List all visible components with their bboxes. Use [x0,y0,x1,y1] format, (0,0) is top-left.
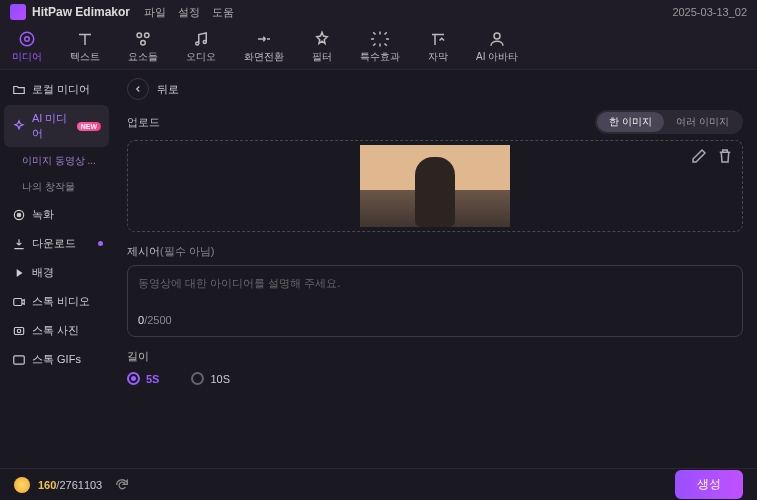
generate-button[interactable]: 생성 [675,470,743,499]
prompt-textarea[interactable]: 동영상에 대한 아이디어를 설명해 주세요. 0/2500 [127,265,743,337]
menu-file[interactable]: 파일 [144,5,166,20]
sidebar-item-ai-media[interactable]: AI 미디어 NEW [4,105,109,147]
pill-multi-image[interactable]: 여러 이미지 [664,112,741,132]
back-label: 뒤로 [157,82,179,97]
tab-media[interactable]: 미디어 [12,30,42,64]
avatar-icon [488,30,506,48]
prompt-placeholder: 동영상에 대한 아이디어를 설명해 주세요. [138,276,732,314]
image-count-toggle: 한 이미지 여러 이미지 [595,110,743,134]
back-button[interactable] [127,78,149,100]
notification-dot-icon [98,241,103,246]
transition-icon [255,30,273,48]
pill-single-image[interactable]: 한 이미지 [597,112,664,132]
svg-point-3 [145,33,150,38]
tab-filter[interactable]: 필터 [312,30,332,64]
sidebar-item-stock-photo[interactable]: 스톡 사진 [4,317,109,344]
svg-point-9 [17,213,21,217]
svg-point-1 [25,36,30,41]
trash-icon[interactable] [716,147,734,165]
app-name: HitPaw Edimakor [32,5,130,19]
uploaded-image-thumbnail[interactable] [360,145,510,227]
char-counter: 0/2500 [138,314,732,326]
tab-subtitle[interactable]: 자막 [428,30,448,64]
menu-help[interactable]: 도움 [212,5,234,20]
upload-label: 업로드 [127,115,160,130]
radio-5s[interactable]: 5S [127,372,159,385]
effects-icon [371,30,389,48]
folder-icon [12,83,26,97]
prompt-label: 제시어(필수 아님) [127,244,743,259]
photo-icon [12,324,26,338]
tab-transition[interactable]: 화면전환 [244,30,284,64]
upload-dropzone[interactable] [127,140,743,232]
credits-counter: 160/2761103 [38,479,102,491]
radio-circle-icon [191,372,204,385]
sidebar-item-background[interactable]: 배경 [4,259,109,286]
sidebar-item-download[interactable]: 다운로드 [4,230,109,257]
svg-point-12 [17,329,21,333]
svg-rect-13 [14,355,25,363]
gif-icon [12,353,26,367]
svg-point-2 [137,33,142,38]
footer: 160/2761103 생성 [0,468,757,500]
tab-text[interactable]: 텍스트 [70,30,100,64]
menu-settings[interactable]: 설정 [178,5,200,20]
text-icon [76,30,94,48]
main-toolbar: 미디어 텍스트 요소들 오디오 화면전환 필터 특수효과 자막 AI 아바타 [0,24,757,70]
refresh-icon[interactable] [114,477,130,493]
tab-ai-avatar[interactable]: AI 아바타 [476,30,518,64]
elements-icon [134,30,152,48]
play-icon [12,266,26,280]
sidebar-item-record[interactable]: 녹화 [4,201,109,228]
build-date: 2025-03-13_02 [672,6,747,18]
tab-elements[interactable]: 요소들 [128,30,158,64]
media-icon [18,30,36,48]
app-logo-icon [10,4,26,20]
svg-point-5 [196,42,199,45]
download-icon [12,237,26,251]
length-label: 길이 [127,349,743,364]
sidebar-item-stock-video[interactable]: 스톡 비디오 [4,288,109,315]
svg-point-7 [494,33,500,39]
svg-point-0 [20,32,34,46]
chevron-left-icon [133,84,143,94]
titlebar: HitPaw Edimakor 파일 설정 도움 2025-03-13_02 [0,0,757,24]
sidebar-sub-my-creations[interactable]: 나의 창작물 [4,175,109,199]
radio-circle-icon [127,372,140,385]
edit-icon[interactable] [690,147,708,165]
sidebar-item-local-media[interactable]: 로컬 미디어 [4,76,109,103]
sidebar: 로컬 미디어 AI 미디어 NEW 이미지 동영상 ... 나의 창작물 녹화 … [0,70,113,468]
tab-effects[interactable]: 특수효과 [360,30,400,64]
svg-rect-11 [14,327,23,334]
length-radio-group: 5S 10S [127,372,743,385]
main-panel: 뒤로 업로드 한 이미지 여러 이미지 제시어(필수 아님) 동영상에 대한 아… [113,70,757,468]
coin-icon [14,477,30,493]
subtitle-icon [429,30,447,48]
svg-point-4 [141,40,146,45]
sidebar-sub-image-to-video[interactable]: 이미지 동영상 ... [4,149,109,173]
new-badge: NEW [77,122,101,131]
filter-icon [313,30,331,48]
sparkle-icon [12,119,26,133]
tab-audio[interactable]: 오디오 [186,30,216,64]
svg-rect-10 [14,298,22,305]
audio-icon [192,30,210,48]
video-icon [12,295,26,309]
radio-10s[interactable]: 10S [191,372,230,385]
svg-point-6 [203,40,206,43]
record-icon [12,208,26,222]
sidebar-item-stock-gifs[interactable]: 스톡 GIFs [4,346,109,373]
